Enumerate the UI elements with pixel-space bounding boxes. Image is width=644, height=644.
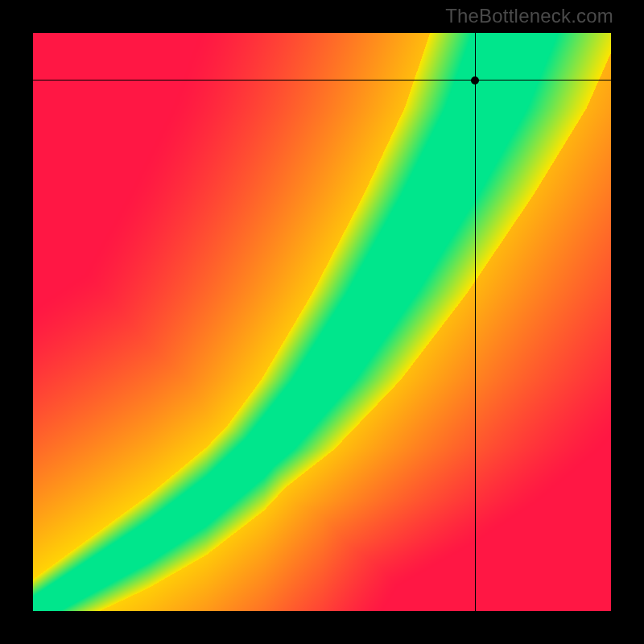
crosshair-vertical [475,33,476,611]
heatmap-canvas [33,33,611,611]
watermark-text: TheBottleneck.com [445,5,613,27]
chart-container: TheBottleneck.com [0,0,644,644]
marker-point [471,76,479,85]
crosshair-horizontal [33,80,611,80]
heatmap-plot [33,33,611,611]
